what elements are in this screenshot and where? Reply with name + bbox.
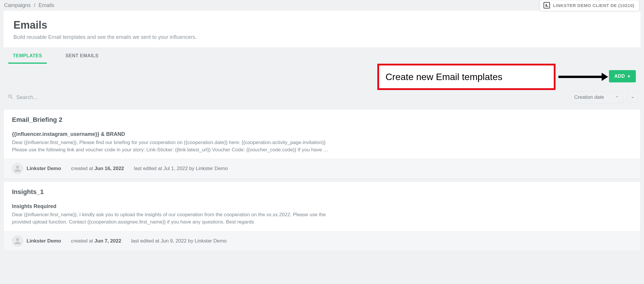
sort-select[interactable]: Creation date [570, 91, 624, 103]
page-title: Emails [13, 19, 631, 31]
template-title: Insights_1 [12, 188, 632, 196]
toolbar: Create new Email templates ADD + [4, 64, 640, 85]
filter-row: Creation date [4, 88, 640, 106]
search-icon [8, 94, 13, 101]
arrow-head-icon [602, 73, 608, 81]
page-subtitle: Build reusable Email templates and see t… [13, 34, 631, 40]
template-author: Linkster Demo [27, 166, 61, 172]
avatar [12, 163, 23, 174]
tabs: TEMPLATES SENT EMAILS [4, 47, 640, 64]
plus-icon: + [627, 74, 631, 79]
breadcrumb-current: Emails [39, 2, 54, 8]
created-date: Jun 16, 2022 [94, 166, 124, 171]
template-author: Linkster Demo [27, 238, 61, 244]
template-footer: Linkster Demo created at Jun 7, 2022 las… [4, 231, 640, 251]
template-preview: Dear {{influencer.first_name}}, Please f… [12, 139, 333, 153]
annotation-callout: Create new Email templates [377, 64, 556, 90]
page-header: Emails Build reusable Email templates an… [4, 11, 640, 47]
template-edited: last edited at Jul 1, 2022 by Linkster D… [134, 166, 228, 172]
template-card[interactable]: Email_Briefing 2 {{influencer.instagram_… [4, 109, 640, 179]
client-logo-icon: IL [544, 2, 550, 8]
created-date: Jun 7, 2022 [94, 238, 121, 244]
annotation-arrow [558, 75, 608, 79]
client-chip[interactable]: IL LINKSTER DEMO CLIENT DE (10210) [540, 0, 639, 11]
arrow-down-icon [630, 94, 635, 100]
template-subject: Insights Required [12, 203, 632, 209]
avatar [12, 235, 23, 247]
tab-sent-emails[interactable]: SENT EMAILS [61, 48, 103, 64]
template-footer: Linkster Demo created at Jun 16, 2022 la… [4, 159, 640, 178]
breadcrumb-root[interactable]: Campaigns [4, 2, 31, 8]
created-prefix: created at [71, 166, 94, 171]
search-wrap [6, 92, 566, 103]
chevron-down-icon [615, 94, 619, 100]
template-edited: last edited at Jun 9, 2022 by Linkster D… [131, 238, 227, 244]
search-input[interactable] [16, 94, 565, 101]
add-button-label: ADD [614, 74, 625, 79]
annotation-callout-text: Create new Email templates [386, 72, 502, 82]
sort-direction-button[interactable] [627, 92, 638, 103]
created-prefix: created at [71, 238, 94, 244]
template-created: created at Jun 7, 2022 [71, 238, 121, 244]
sort-select-label: Creation date [574, 94, 604, 100]
template-preview: Dear {{influencer.first_name}}, I kindly… [12, 211, 333, 226]
template-subject: {{influencer.instagram_username}} & BRAN… [12, 131, 632, 137]
template-title: Email_Briefing 2 [12, 116, 632, 124]
client-chip-label: LINKSTER DEMO CLIENT DE (10210) [553, 3, 634, 8]
add-button[interactable]: ADD + [609, 70, 636, 82]
arrow-line-icon [558, 76, 602, 78]
tab-templates[interactable]: TEMPLATES [8, 48, 47, 64]
breadcrumb-separator: / [34, 2, 35, 8]
template-card[interactable]: Insights_1 Insights Required Dear {{infl… [4, 181, 640, 251]
template-created: created at Jun 16, 2022 [71, 166, 124, 172]
